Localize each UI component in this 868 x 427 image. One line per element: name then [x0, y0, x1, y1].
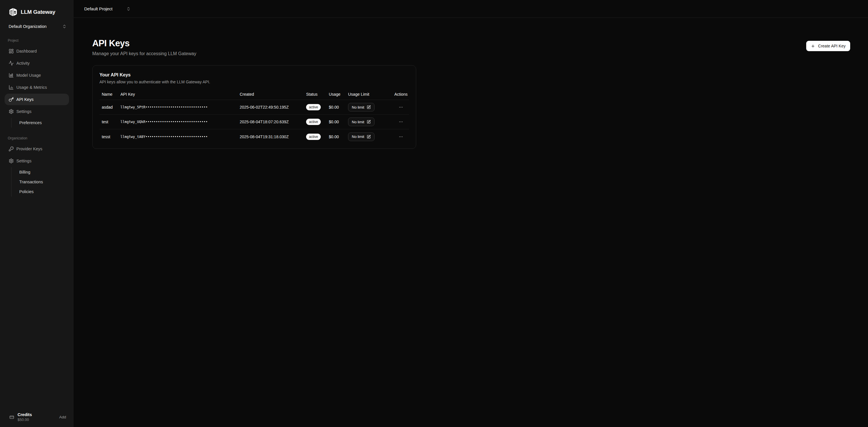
usage-limit-label: No limit	[352, 120, 364, 124]
bar-chart-icon	[9, 73, 14, 78]
card-title: Your API Keys	[99, 72, 409, 77]
key-name: asdad	[99, 105, 118, 109]
sidebar-item-project-settings[interactable]: Settings	[0, 106, 73, 117]
col-header-created: Created	[238, 92, 304, 97]
page-header: API Keys Manage your API keys for access…	[92, 39, 434, 56]
sidebar-item-label: Preferences	[19, 121, 42, 125]
organization-section-label: Organization	[0, 128, 73, 143]
main-content: API Keys Manage your API keys for access…	[73, 18, 434, 214]
sidebar-item-provider-keys[interactable]: Provider Keys	[0, 143, 73, 155]
gear-icon	[9, 158, 14, 164]
table-row: tesst llmgtwy_tA8Y••••••••••••••••••••••…	[99, 129, 409, 144]
table-header-row: Name API Key Created Status Usage Usage …	[99, 89, 409, 100]
row-actions-button[interactable]	[398, 133, 404, 140]
project-nav: Dashboard Activity Model Usage Usage & M…	[0, 45, 73, 128]
chart-column-icon	[9, 85, 14, 90]
api-keys-card: Your API Keys API keys allow you to auth…	[92, 65, 416, 149]
key-created-timestamp: 2025-08-04T18:07:20.639Z	[238, 120, 304, 124]
project-selector[interactable]: Default Project	[84, 6, 131, 11]
sidebar-item-label: Settings	[17, 109, 31, 114]
page-subtitle: Manage your API keys for accessing LLM G…	[92, 51, 434, 56]
key-created-timestamp: 2025-08-04T19:31:18.030Z	[238, 134, 304, 139]
col-header-usage: Usage	[327, 92, 346, 97]
key-icon	[9, 97, 14, 102]
sidebar-item-label: Activity	[17, 61, 30, 66]
col-header-actions: Actions	[391, 92, 409, 97]
gear-icon	[9, 109, 14, 114]
table-row: test llmgtwy_UQkR•••••••••••••••••••••••…	[99, 114, 409, 129]
status-badge: active	[306, 104, 321, 110]
usage-limit-button[interactable]: No limit	[348, 103, 374, 111]
col-header-status: Status	[304, 92, 327, 97]
organization-nav: Provider Keys Settings Billing Transacti…	[0, 143, 73, 197]
sidebar-item-label: Usage & Metrics	[17, 85, 47, 90]
usage-limit-label: No limit	[352, 105, 364, 109]
dashboard-icon	[9, 48, 14, 54]
page-title: API Keys	[92, 39, 434, 48]
brand: LLM Gateway	[0, 0, 73, 20]
key-name: test	[99, 120, 118, 124]
org-settings-subnav: Billing Transactions Policies	[11, 167, 73, 197]
edit-pencil-icon	[367, 105, 371, 109]
key-usage: $0.00	[327, 134, 346, 139]
sidebar-item-label: Model Usage	[17, 73, 41, 77]
sidebar: LLM Gateway Default Organization Project…	[0, 0, 73, 214]
sidebar-item-preferences[interactable]: Preferences	[11, 118, 73, 128]
sidebar-item-label: API Keys	[17, 97, 34, 102]
sidebar-item-transactions[interactable]: Transactions	[11, 177, 73, 187]
sidebar-item-api-keys[interactable]: API Keys	[5, 94, 69, 105]
key-usage: $0.00	[327, 105, 346, 109]
sidebar-item-label: Provider Keys	[17, 146, 42, 151]
sidebar-item-label: Settings	[17, 159, 31, 163]
key-masked-value: llmgtwy_UQkR••••••••••••••••••••••••••••…	[118, 120, 238, 124]
sidebar-item-policies[interactable]: Policies	[11, 187, 73, 197]
card-description: API keys allow you to authenticate with …	[99, 79, 409, 84]
row-actions-button[interactable]	[398, 104, 404, 111]
activity-icon	[9, 61, 14, 66]
sidebar-item-model-usage[interactable]: Model Usage	[0, 69, 73, 81]
ellipsis-icon	[399, 120, 403, 124]
col-header-usage-limit: Usage Limit	[346, 92, 391, 97]
key-usage: $0.00	[327, 120, 346, 124]
key-created-timestamp: 2025-06-02T22:49:50.195Z	[238, 105, 304, 109]
key-masked-value: llmgtwy_5PtR••••••••••••••••••••••••••••…	[118, 105, 238, 109]
status-badge: active	[306, 119, 321, 125]
chevrons-up-down-icon	[62, 24, 67, 29]
topbar: Default Project	[73, 0, 434, 18]
llm-gateway-logo-icon	[9, 7, 18, 17]
sidebar-item-label: Dashboard	[17, 49, 37, 54]
row-actions-button[interactable]	[398, 119, 404, 125]
edit-pencil-icon	[367, 135, 371, 139]
usage-limit-label: No limit	[352, 134, 364, 139]
project-selector-value: Default Project	[84, 6, 113, 11]
key-masked-value: llmgtwy_tA8Y••••••••••••••••••••••••••••…	[118, 135, 238, 139]
col-header-name: Name	[99, 92, 118, 97]
sidebar-item-label: Billing	[19, 170, 30, 174]
sidebar-item-label: Transactions	[19, 179, 43, 184]
usage-limit-button[interactable]: No limit	[348, 118, 374, 126]
sidebar-item-usage-metrics[interactable]: Usage & Metrics	[0, 81, 73, 93]
ellipsis-icon	[399, 134, 403, 139]
status-badge: active	[306, 134, 321, 140]
edit-pencil-icon	[367, 120, 371, 124]
organization-selector[interactable]: Default Organization	[9, 24, 67, 29]
brand-name: LLM Gateway	[21, 9, 55, 15]
key-name: tesst	[99, 134, 118, 139]
sidebar-item-label: Policies	[19, 189, 34, 194]
table-row: asdad llmgtwy_5PtR••••••••••••••••••••••…	[99, 100, 409, 114]
col-header-api-key: API Key	[118, 92, 238, 97]
sidebar-item-org-settings[interactable]: Settings	[0, 155, 73, 167]
ellipsis-icon	[399, 105, 403, 109]
sidebar-item-activity[interactable]: Activity	[0, 58, 73, 69]
api-keys-table: Name API Key Created Status Usage Usage …	[99, 89, 409, 144]
organization-selector-value: Default Organization	[9, 24, 46, 29]
project-settings-subnav: Preferences	[11, 118, 73, 128]
project-section-label: Project	[0, 29, 73, 45]
usage-limit-button[interactable]: No limit	[348, 132, 374, 141]
sidebar-item-billing[interactable]: Billing	[11, 167, 73, 177]
key-icon	[9, 146, 14, 152]
sidebar-item-dashboard[interactable]: Dashboard	[0, 45, 73, 57]
chevrons-up-down-icon	[126, 7, 131, 11]
